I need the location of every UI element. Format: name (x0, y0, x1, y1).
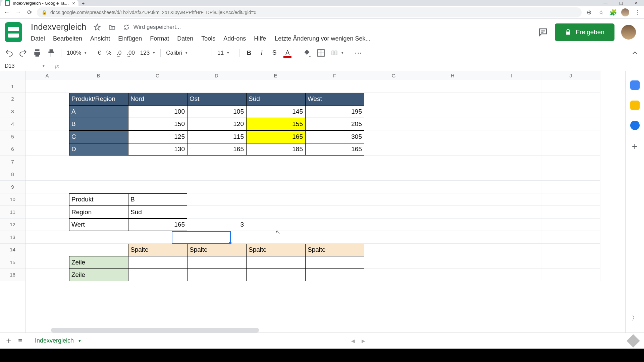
window-close-button[interactable]: ✕ (629, 0, 644, 6)
keep-icon[interactable] (630, 101, 640, 110)
cell[interactable] (482, 269, 541, 282)
row-header[interactable]: 12 (0, 219, 25, 231)
cell[interactable] (187, 181, 246, 193)
cell[interactable] (364, 256, 423, 269)
cell[interactable] (305, 231, 364, 244)
cell[interactable]: Spalte (187, 244, 246, 256)
cell[interactable] (541, 130, 600, 143)
browser-menu-icon[interactable]: ⋮ (633, 8, 641, 16)
new-tab-button[interactable]: + (78, 0, 88, 6)
cell[interactable] (246, 256, 305, 269)
cell[interactable] (305, 80, 364, 93)
cell[interactable]: 205 (305, 118, 364, 131)
sheets-logo-icon[interactable] (5, 22, 22, 42)
cell[interactable]: Produkt (69, 193, 128, 206)
cell[interactable] (423, 93, 482, 106)
star-icon[interactable] (94, 23, 101, 31)
cell[interactable] (246, 206, 305, 219)
cell[interactable]: 125 (128, 130, 187, 143)
menu-datei[interactable]: Datei (31, 35, 45, 42)
cell[interactable]: Süd (128, 206, 187, 219)
cell[interactable] (69, 181, 128, 193)
col-header[interactable]: F (305, 71, 364, 80)
col-header[interactable]: B (69, 71, 128, 80)
cell[interactable] (541, 80, 600, 93)
cell[interactable]: 165 (246, 130, 305, 143)
cell[interactable] (25, 244, 69, 256)
cell[interactable] (246, 231, 305, 244)
cell[interactable] (364, 193, 423, 206)
cell[interactable] (187, 168, 246, 181)
cell[interactable] (541, 93, 600, 106)
nav-forward-button[interactable]: → (14, 8, 22, 16)
cell[interactable] (541, 256, 600, 269)
cell[interactable] (305, 156, 364, 168)
menu-hilfe[interactable]: Hilfe (254, 35, 266, 42)
cell[interactable] (187, 80, 246, 93)
horizontal-scrollbar[interactable] (51, 328, 259, 333)
cell[interactable] (541, 105, 600, 118)
cell[interactable] (305, 193, 364, 206)
cell[interactable] (482, 118, 541, 131)
fill-color-button[interactable] (303, 49, 311, 57)
col-header[interactable]: C (128, 71, 187, 80)
cell[interactable] (423, 143, 482, 156)
cell[interactable]: 130 (128, 143, 187, 156)
menu-addons[interactable]: Add-ons (223, 35, 246, 42)
cell[interactable] (187, 231, 246, 244)
cell[interactable] (69, 231, 128, 244)
cell[interactable] (364, 269, 423, 282)
cell[interactable] (305, 181, 364, 193)
row-header[interactable]: 2 (0, 93, 25, 106)
cell[interactable] (246, 156, 305, 168)
cell[interactable] (482, 206, 541, 219)
tasks-icon[interactable] (630, 121, 640, 130)
cell[interactable] (482, 219, 541, 231)
cell[interactable] (482, 244, 541, 256)
row-header[interactable]: 14 (0, 244, 25, 256)
cell[interactable]: 150 (128, 118, 187, 131)
calendar-icon[interactable] (630, 80, 640, 90)
cell[interactable] (25, 143, 69, 156)
cell[interactable] (423, 80, 482, 93)
row-header[interactable]: 10 (0, 193, 25, 206)
row-header[interactable]: 16 (0, 269, 25, 282)
cell[interactable] (482, 143, 541, 156)
cell[interactable] (69, 156, 128, 168)
decrease-decimal-button[interactable]: .0← (117, 50, 121, 56)
cell[interactable] (423, 219, 482, 231)
row-header[interactable]: 13 (0, 231, 25, 244)
cell[interactable] (305, 219, 364, 231)
cell[interactable] (246, 193, 305, 206)
print-icon[interactable] (33, 49, 42, 57)
cell[interactable] (364, 244, 423, 256)
cell[interactable] (25, 105, 69, 118)
cell[interactable] (25, 219, 69, 231)
cell[interactable] (305, 168, 364, 181)
cell[interactable]: 165 (305, 143, 364, 156)
cell[interactable]: 195 (305, 105, 364, 118)
cell[interactable]: Nord (128, 93, 187, 106)
strikethrough-button[interactable]: S (271, 49, 278, 56)
sheet-tab[interactable]: Indexvergleich ▼ (29, 335, 88, 347)
col-header[interactable]: J (541, 71, 600, 80)
cell[interactable]: 120 (187, 118, 246, 131)
cell[interactable] (482, 193, 541, 206)
cell[interactable] (364, 93, 423, 106)
cell[interactable] (423, 193, 482, 206)
row-header[interactable]: 3 (0, 105, 25, 118)
cell[interactable] (25, 256, 69, 269)
cell[interactable] (423, 244, 482, 256)
row-header[interactable]: 1 (0, 80, 25, 93)
cell[interactable] (482, 93, 541, 106)
cell[interactable] (364, 143, 423, 156)
cell[interactable] (482, 80, 541, 93)
row-header[interactable]: 6 (0, 143, 25, 156)
tab-close-icon[interactable]: × (72, 0, 75, 6)
cell[interactable] (364, 156, 423, 168)
cell[interactable] (25, 80, 69, 93)
cell[interactable] (364, 231, 423, 244)
cell[interactable] (25, 181, 69, 193)
cell[interactable]: 115 (187, 130, 246, 143)
cell[interactable] (541, 181, 600, 193)
